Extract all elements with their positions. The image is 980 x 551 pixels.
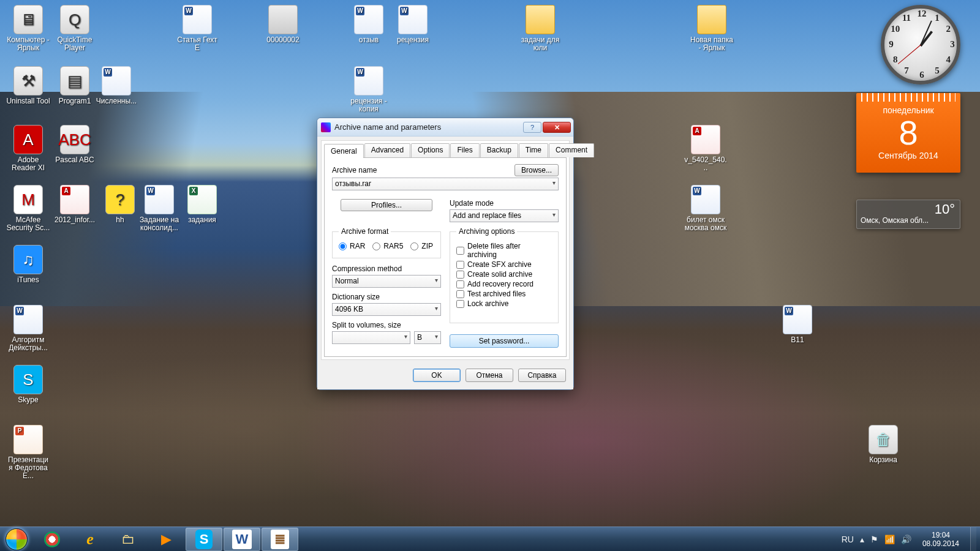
desktop-icon[interactable]: рецензия [390, 5, 436, 45]
option-checkbox[interactable]: Lock archive [456, 299, 552, 308]
desktop-icon[interactable]: рецензия - копия [345, 66, 392, 114]
tray-clock[interactable]: 19:04 08.09.2014 [918, 531, 964, 548]
desktop-icon[interactable]: SSkype [5, 365, 51, 405]
desktop-icon[interactable]: Задание на консолид... [136, 185, 183, 233]
app-icon: ? [105, 185, 135, 214]
clock-gadget[interactable]: 121234567891011 [881, 5, 960, 84]
desktop-icon[interactable]: Алгоритм Дейкстры... [5, 305, 51, 353]
option-checkbox[interactable]: Add recovery record [456, 280, 552, 288]
dialog-titlebar[interactable]: Archive name and parameters ? ✕ [317, 118, 573, 137]
profiles-button[interactable]: Profiles... [341, 199, 432, 211]
tray-chevron-icon[interactable]: ▴ [860, 534, 864, 544]
taskbar-chrome[interactable] [34, 528, 70, 551]
taskbar-skype[interactable]: S [186, 528, 222, 551]
desktop-icon[interactable]: 🖥Компьютер - Ярлык [5, 5, 51, 53]
desktop-icon[interactable]: ABCPascal ABC [51, 125, 98, 165]
desktop-icon[interactable]: 2012_infor... [51, 185, 98, 225]
icon-label: Новая папка - Ярлык [688, 36, 735, 53]
taskbar-explorer[interactable]: 🗀 [110, 528, 146, 551]
tab-options[interactable]: Options [411, 143, 450, 157]
desktop-icon[interactable]: Презентация Федотова Е... [5, 425, 51, 481]
desktop-icon[interactable]: AAdobe Reader XI [5, 125, 51, 173]
weather-gadget[interactable]: 10° Омск, Омская обл... [856, 200, 960, 229]
taskbar-wmp[interactable]: ▶ [148, 528, 184, 551]
option-checkbox[interactable]: Create SFX archive [456, 260, 552, 269]
desktop-icon[interactable]: 🗑Корзина [860, 425, 907, 465]
desktop-icon[interactable]: QQuickTime Player [51, 5, 98, 53]
dictionary-select[interactable]: 4096 KB [332, 303, 441, 316]
folder-icon [526, 5, 555, 34]
app-icon: Q [60, 5, 89, 34]
calendar-day: 8 [856, 115, 960, 151]
option-checkbox[interactable]: Create solid archive [456, 270, 552, 279]
icon-label: QuickTime Player [51, 36, 98, 53]
desktop-icon[interactable]: задания [179, 185, 225, 225]
icon-label: 00000002 [260, 36, 306, 45]
taskbar-winrar[interactable]: ≣ [262, 528, 298, 551]
tray-lang[interactable]: RU [842, 534, 854, 544]
split-size-input[interactable] [332, 331, 410, 344]
tab-advanced[interactable]: Advanced [364, 143, 410, 157]
weather-location: Омск, Омская обл... [861, 216, 956, 225]
icon-label: 2012_infor... [51, 216, 98, 225]
explorer-icon: 🗀 [121, 531, 135, 547]
desktop-icon[interactable]: Статья Гехт Е [174, 5, 221, 53]
icon-label: v_5402_540... [682, 156, 729, 173]
help-button[interactable]: ? [523, 122, 541, 133]
desktop-icon[interactable]: отзыв [345, 5, 392, 45]
app-icon: ♫ [13, 245, 43, 274]
tab-comment[interactable]: Comment [549, 143, 594, 157]
cancel-button[interactable]: Отмена [466, 369, 513, 382]
windows-orb-icon [6, 528, 28, 550]
icon-label: Презентация Федотова Е... [5, 455, 51, 481]
taskbar-ie[interactable]: e [72, 528, 108, 551]
desktop-icon[interactable]: ♫iTunes [5, 245, 51, 285]
desktop-icon[interactable]: v_5402_540... [682, 125, 729, 173]
archiving-options-group: Archiving options Delete files after arc… [450, 227, 559, 323]
system-tray: RU ▴ ⚑ 📶 🔊 19:04 08.09.2014 [842, 527, 980, 552]
start-button[interactable] [0, 527, 33, 552]
tray-volume-icon[interactable]: 🔊 [901, 534, 911, 544]
desktop-icon[interactable]: MMcAfee Security Sc... [5, 185, 51, 233]
calendar-gadget[interactable]: понедельник 8 Сентябрь 2014 [856, 93, 960, 173]
tab-backup[interactable]: Backup [480, 143, 518, 157]
option-checkbox[interactable]: Delete files after archiving [456, 242, 552, 259]
weather-temp: 10° [935, 201, 955, 217]
app-icon: ⚒ [13, 66, 43, 96]
icon-label: McAfee Security Sc... [5, 216, 51, 233]
folder-icon [697, 5, 726, 34]
option-checkbox[interactable]: Test archived files [456, 290, 552, 298]
tab-files[interactable]: Files [450, 143, 479, 157]
desktop-icon[interactable]: 00000002 [260, 5, 306, 45]
desktop-icon[interactable]: Численны... [93, 66, 140, 106]
format-radio-zip[interactable]: ZIP [410, 242, 433, 250]
compression-select[interactable]: Normal [332, 275, 441, 288]
desktop-icon[interactable]: билет омск москва омск [682, 185, 729, 233]
desktop-icon[interactable]: Новая папка - Ярлык [688, 5, 735, 53]
update-mode-select[interactable]: Add and replace files [450, 209, 559, 222]
desktop-icon[interactable]: задачи для юли [517, 5, 564, 53]
archive-name-input[interactable]: отзывы.rar [332, 178, 559, 190]
split-unit-select[interactable]: B [414, 331, 441, 344]
wmp-icon: ▶ [161, 531, 172, 547]
close-button[interactable]: ✕ [543, 122, 571, 133]
taskbar-word[interactable]: W [224, 528, 260, 551]
ok-button[interactable]: OK [413, 369, 461, 382]
browse-button[interactable]: Browse... [514, 164, 559, 176]
word-icon: W [232, 530, 252, 549]
tab-time[interactable]: Time [519, 143, 548, 157]
winrar-icon [321, 122, 331, 132]
set-password-button[interactable]: Set password... [450, 334, 559, 348]
desktop-icon[interactable]: ⚒Uninstall Tool [5, 66, 51, 106]
desktop-icon[interactable]: B11 [774, 305, 821, 345]
tray-flag-icon[interactable]: ⚑ [870, 534, 878, 544]
doc-icon [183, 5, 212, 34]
desktop-icon[interactable]: ▤Program1 [51, 66, 98, 106]
show-desktop-button[interactable] [970, 527, 976, 552]
tray-network-icon[interactable]: 📶 [884, 534, 895, 544]
dialog-help-button[interactable]: Справка [518, 369, 566, 382]
format-radio-rar5[interactable]: RAR5 [372, 242, 403, 250]
format-radio-rar[interactable]: RAR [339, 242, 365, 250]
update-mode-label: Update mode [450, 199, 559, 208]
tab-general[interactable]: General [324, 144, 364, 158]
